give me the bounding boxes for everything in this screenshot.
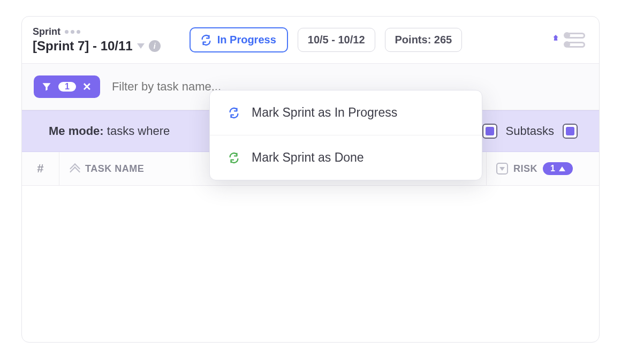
subtasks-toggle-group: Subtasks xyxy=(482,124,578,139)
sort-icon xyxy=(496,163,508,175)
filter-icon xyxy=(41,81,52,92)
mark-done-item[interactable]: Mark Sprint as Done xyxy=(210,135,482,180)
cycle-arrow-icon xyxy=(200,34,212,46)
toggle-bars-icon xyxy=(566,33,585,48)
subtasks-checkbox-right[interactable] xyxy=(563,124,578,139)
task-name-label: TASK NAME xyxy=(85,163,144,175)
column-risk[interactable]: RISK 1 xyxy=(487,152,599,185)
pin-view-toggle[interactable] xyxy=(550,33,585,48)
pin-icon xyxy=(550,34,561,47)
dropdown-item-label: Mark Sprint as In Progress xyxy=(252,105,397,120)
me-mode-text: tasks where xyxy=(107,124,170,138)
date-range-pill[interactable]: 10/5 - 10/12 xyxy=(298,28,375,52)
sprint-name: [Sprint 7] - 10/11 xyxy=(33,39,133,54)
subtasks-label: Subtasks xyxy=(506,124,555,138)
sprint-panel: Sprint [Sprint 7] - 10/11 i In Progress … xyxy=(21,16,600,343)
sprint-title-block: Sprint [Sprint 7] - 10/11 i xyxy=(33,26,161,54)
info-icon[interactable]: i xyxy=(149,40,161,52)
chevron-down-icon xyxy=(137,43,145,49)
sprint-label-row: Sprint xyxy=(33,26,161,37)
dropdown-item-label: Mark Sprint as Done xyxy=(252,150,364,165)
cycle-arrow-icon xyxy=(228,107,240,119)
subtasks-checkbox-left[interactable] xyxy=(482,124,497,139)
risk-count-badge: 1 xyxy=(543,162,573,175)
risk-label: RISK xyxy=(513,163,537,175)
column-number[interactable]: # xyxy=(22,152,59,185)
sprint-name-row[interactable]: [Sprint 7] - 10/11 i xyxy=(33,39,161,54)
me-mode-label: Me mode: xyxy=(49,124,104,138)
ellipsis-icon[interactable] xyxy=(65,30,80,34)
cycle-arrow-icon xyxy=(228,152,240,164)
active-filter-chip[interactable]: 1 ✕ xyxy=(34,75,100,98)
points-pill[interactable]: Points: 265 xyxy=(385,28,463,52)
collapse-icon xyxy=(69,163,80,174)
mark-in-progress-item[interactable]: Mark Sprint as In Progress xyxy=(210,90,482,135)
sprint-header: Sprint [Sprint 7] - 10/11 i In Progress … xyxy=(22,17,599,64)
close-icon[interactable]: ✕ xyxy=(82,80,92,93)
sprint-type-label: Sprint xyxy=(33,26,60,37)
sprint-status-dropdown: Mark Sprint as In Progress Mark Sprint a… xyxy=(209,90,482,180)
sprint-status-button[interactable]: In Progress xyxy=(190,27,288,52)
filter-count-badge: 1 xyxy=(58,82,76,92)
sprint-status-label: In Progress xyxy=(217,34,276,46)
table-body-empty xyxy=(22,186,599,266)
